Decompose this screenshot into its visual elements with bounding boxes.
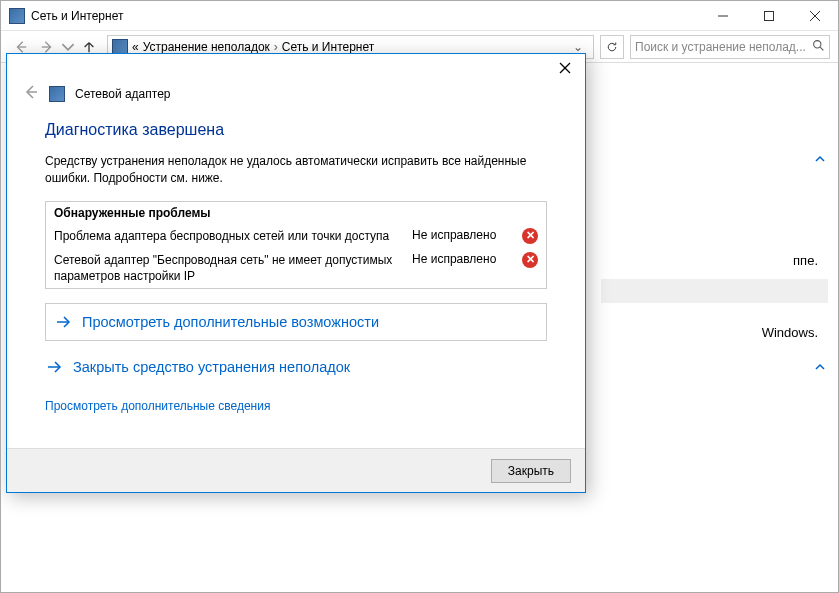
bg-text-1: ппе. [793,253,818,268]
breadcrumb-item-2[interactable]: Сеть и Интернет [282,40,374,54]
problem-status: Не исправлено [412,252,512,266]
diagnostics-description: Средству устранения неполадок не удалось… [45,153,547,187]
bg-input-area [601,279,828,303]
troubleshooter-dialog: Сетевой адаптер Диагностика завершена Ср… [6,53,586,493]
minimize-button[interactable] [700,1,746,31]
bg-text-2: Windows. [762,325,818,340]
svg-rect-1 [765,11,774,20]
search-placeholder: Поиск и устранение неполад... [635,40,808,54]
parent-titlebar: Сеть и Интернет [1,1,838,31]
problems-header: Обнаруженные проблемы [46,202,546,224]
error-icon: ✕ [522,228,538,244]
window-controls [700,1,838,31]
problem-text: Сетевой адаптер "Беспроводная сеть" не и… [54,252,412,284]
dialog-footer: Закрыть [7,448,585,492]
dialog-back-button[interactable] [23,84,39,103]
error-icon: ✕ [522,252,538,268]
breadcrumb-prefix: « [132,40,139,54]
problem-text: Проблема адаптера беспроводных сетей или… [54,228,412,244]
app-icon [9,8,25,24]
search-icon [812,39,825,55]
problems-box: Обнаруженные проблемы Проблема адаптера … [45,201,547,290]
dialog-header: Сетевой адаптер [7,84,585,113]
close-troubleshooter-link[interactable]: Закрыть средство устранения неполадок [45,359,547,375]
network-adapter-icon [49,86,65,102]
collapse-icon[interactable] [814,153,826,168]
action-box[interactable]: Просмотреть дополнительные возможности [45,303,547,341]
dialog-close-button[interactable] [545,54,585,82]
svg-line-7 [820,47,823,50]
dialog-title: Сетевой адаптер [75,87,170,101]
view-additional-options-link[interactable]: Просмотреть дополнительные возможности [54,314,538,330]
maximize-button[interactable] [746,1,792,31]
breadcrumb-item-1[interactable]: Устранение неполадок [143,40,270,54]
breadcrumb-dropdown-icon[interactable]: ⌄ [567,40,589,54]
window-title: Сеть и Интернет [31,9,123,23]
refresh-button[interactable] [600,35,624,59]
collapse-icon-2[interactable] [814,361,826,376]
problem-row[interactable]: Проблема адаптера беспроводных сетей или… [46,224,546,248]
dialog-body: Диагностика завершена Средству устранени… [7,113,585,413]
arrow-right-icon [54,314,72,330]
close-button-footer[interactable]: Закрыть [491,459,571,483]
problem-status: Не исправлено [412,228,512,242]
view-details-link[interactable]: Просмотреть дополнительные сведения [45,399,547,413]
diagnostics-heading: Диагностика завершена [45,121,547,139]
action-label: Закрыть средство устранения неполадок [73,359,350,375]
arrow-right-icon [45,359,63,375]
problem-row[interactable]: Сетевой адаптер "Беспроводная сеть" не и… [46,248,546,288]
breadcrumb-separator-icon: › [274,40,278,54]
search-input[interactable]: Поиск и устранение неполад... [630,35,830,59]
svg-point-6 [814,40,821,47]
close-button[interactable] [792,1,838,31]
action-label: Просмотреть дополнительные возможности [82,314,379,330]
